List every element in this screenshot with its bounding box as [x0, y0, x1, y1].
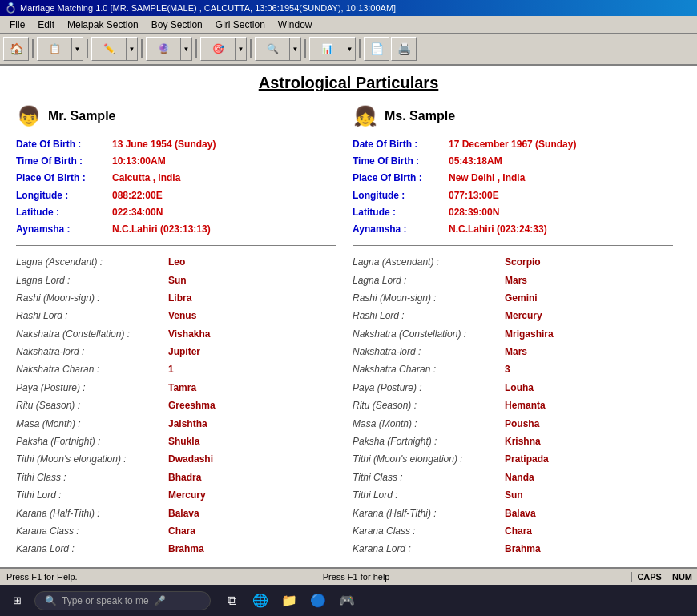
boy-astro-value-13: Mercury — [168, 487, 206, 503]
toolbar-dd-arrow-3[interactable]: ▼ — [180, 38, 191, 60]
taskbar-task-view-icon[interactable]: ⧉ — [220, 590, 243, 612]
girl-long-value: 077:13:00E — [449, 188, 499, 203]
girl-astro-row: Karana Lord :Brahma — [353, 541, 673, 557]
boy-astro-row: Nakshatra-lord :Jupiter — [16, 344, 336, 360]
menu-boy[interactable]: Boy Section — [145, 18, 209, 32]
toolbar-btn-1[interactable]: 🏠 — [3, 37, 29, 61]
two-column-layout: 👦 Mr. Sample Date Of Birth : 13 June 195… — [16, 103, 681, 559]
toolbar-dropdown-3[interactable]: 🔮 ▼ — [146, 37, 192, 61]
boy-astro-row: Tithi Class :Bhadra — [16, 469, 336, 485]
girl-astro-label-13: Tithi Lord : — [353, 487, 505, 503]
girl-astro-value-2: Gemini — [505, 290, 538, 306]
girl-dob-value: 17 December 1967 (Sunday) — [449, 137, 576, 152]
girl-astro-value-0: Scorpio — [505, 254, 541, 270]
boy-astro-value-15: Chara — [168, 523, 195, 539]
girl-ayn-value: N.C.Lahiri (023:24:33) — [449, 222, 547, 237]
toolbar-sep-2 — [87, 39, 88, 58]
toolbar-dd-arrow-2[interactable]: ▼ — [126, 38, 137, 60]
toolbar-dd-arrow-1[interactable]: ▼ — [71, 38, 83, 60]
boy-lat-label: Latitude : — [16, 205, 112, 220]
girl-astro-row: Nakshatra (Constellation) :Mrigashira — [353, 326, 673, 342]
girl-lat-value: 028:39:00N — [449, 205, 499, 220]
boy-astro-row: Paksha (Fortnight) :Shukla — [16, 433, 336, 449]
girl-astro-label-9: Masa (Month) : — [353, 416, 505, 432]
girl-tob-value: 05:43:18AM — [449, 154, 502, 169]
taskbar-start-button[interactable]: ⊞ — [6, 591, 28, 610]
status-bar: Press F1 for Help. Press F1 for help CAP… — [0, 567, 697, 585]
boy-tob-value: 10:13:00AM — [112, 154, 166, 169]
toolbar-dropdown-2[interactable]: ✏️ ▼ — [91, 37, 138, 61]
girl-astro-label-11: Tithi (Moon's elongation) : — [353, 451, 505, 467]
status-caps: CAPS — [632, 572, 667, 582]
boy-astro-table: Lagna (Ascendant) :LeoLagna Lord :SunRas… — [16, 254, 336, 558]
boy-astro-row: Tithi (Moon's elongation) :Dwadashi — [16, 451, 336, 467]
app-icon: 💍 — [5, 2, 17, 14]
girl-long-row: Longitude : 077:13:00E — [353, 188, 673, 203]
girl-astro-value-12: Nanda — [505, 469, 534, 485]
taskbar-explorer-icon[interactable]: 📁 — [278, 590, 300, 612]
girl-dob-label: Date Of Birth : — [353, 137, 449, 152]
toolbar-dropdown-4[interactable]: 🎯 ▼ — [200, 37, 247, 61]
taskbar-chrome-icon[interactable]: 🔵 — [307, 590, 329, 612]
boy-astro-label-11: Tithi (Moon's elongation) : — [16, 451, 168, 467]
boy-astro-label-12: Tithi Class : — [16, 469, 168, 485]
toolbar-dropdown-5[interactable]: 🔍 ▼ — [255, 37, 301, 61]
boy-astro-value-7: Tamra — [168, 380, 196, 396]
toolbar-dd-main-6: 📊 — [310, 43, 344, 54]
boy-astro-label-1: Lagna Lord : — [16, 272, 168, 288]
menu-file[interactable]: File — [3, 18, 31, 32]
girl-astro-row: Tithi (Moon's elongation) :Pratipada — [353, 451, 673, 467]
menu-edit[interactable]: Edit — [31, 18, 61, 32]
page-title: Astrological Particulars — [16, 74, 681, 92]
boy-header: 👦 Mr. Sample — [16, 103, 336, 129]
boy-astro-row: Nakshatra (Constellation) :Vishakha — [16, 326, 336, 342]
girl-astro-table: Lagna (Ascendant) :ScorpioLagna Lord :Ma… — [353, 254, 673, 558]
girl-tob-row: Time Of Birth : 05:43:18AM — [353, 154, 673, 169]
girl-astro-value-13: Sun — [505, 487, 523, 503]
boy-lat-row: Latitude : 022:34:00N — [16, 205, 336, 220]
boy-astro-label-16: Karana Lord : — [16, 541, 168, 557]
girl-astro-value-11: Pratipada — [505, 451, 549, 467]
main-content: Astrological Particulars 👦 Mr. Sample Da… — [0, 66, 697, 567]
girl-astro-label-16: Karana Lord : — [353, 541, 505, 557]
toolbar-btn-print[interactable]: 🖨️ — [391, 37, 417, 61]
menu-window[interactable]: Window — [272, 18, 319, 32]
toolbar-dd-arrow-4[interactable]: ▼ — [235, 38, 246, 60]
boy-astro-label-7: Paya (Posture) : — [16, 380, 168, 396]
girl-lat-row: Latitude : 028:39:00N — [353, 205, 673, 220]
taskbar-game-icon[interactable]: 🎮 — [336, 590, 358, 612]
toolbar: 🏠 📋 ▼ ✏️ ▼ 🔮 ▼ 🎯 ▼ 🔍 ▼ 📊 ▼ 📄 🖨️ — [0, 34, 697, 66]
menu-melapak[interactable]: Melapak Section — [61, 18, 145, 32]
girl-astro-label-0: Lagna (Ascendant) : — [353, 254, 505, 270]
boy-astro-label-9: Masa (Month) : — [16, 416, 168, 432]
toolbar-dropdown-6[interactable]: 📊 ▼ — [309, 37, 356, 61]
taskbar-edge-icon[interactable]: 🌐 — [249, 590, 272, 612]
girl-astro-row: Karana Class :Chara — [353, 523, 673, 539]
toolbar-dd-main-2: ✏️ — [92, 43, 126, 54]
boy-astro-row: Ritu (Season) :Greeshma — [16, 397, 336, 413]
girl-astro-row: Nakshatra Charan :3 — [353, 361, 673, 377]
girl-astro-row: Tithi Class :Nanda — [353, 469, 673, 485]
boy-ayn-value: N.C.Lahiri (023:13:13) — [112, 222, 211, 237]
boy-long-value: 088:22:00E — [112, 188, 163, 203]
toolbar-dd-arrow-5[interactable]: ▼ — [289, 38, 300, 60]
girl-column: 👧 Ms. Sample Date Of Birth : 17 December… — [344, 103, 681, 559]
taskbar-search[interactable]: 🔍 Type or speak to me 🎤 — [34, 591, 211, 610]
girl-astro-row: Paksha (Fortnight) :Krishna — [353, 433, 673, 449]
boy-astro-value-5: Jupiter — [168, 344, 200, 360]
girl-astro-value-4: Mrigashira — [505, 326, 554, 342]
boy-name: Mr. Sample — [48, 109, 115, 123]
boy-astro-row: Karana Class :Chara — [16, 523, 336, 539]
girl-astro-label-2: Rashi (Moon-sign) : — [353, 290, 505, 306]
boy-dob-label: Date Of Birth : — [16, 137, 112, 152]
girl-avatar: 👧 — [353, 103, 378, 129]
toolbar-btn-print-preview[interactable]: 📄 — [364, 37, 389, 61]
boy-astro-value-8: Greeshma — [168, 397, 216, 413]
girl-header: 👧 Ms. Sample — [353, 103, 673, 129]
toolbar-dropdown-1[interactable]: 📋 ▼ — [37, 37, 83, 61]
toolbar-dd-arrow-6[interactable]: ▼ — [344, 38, 355, 60]
boy-astro-value-12: Bhadra — [168, 469, 201, 485]
menu-girl[interactable]: Girl Section — [209, 18, 272, 32]
toolbar-sep-6 — [304, 39, 306, 58]
toolbar-dd-main-1: 📋 — [38, 43, 71, 54]
